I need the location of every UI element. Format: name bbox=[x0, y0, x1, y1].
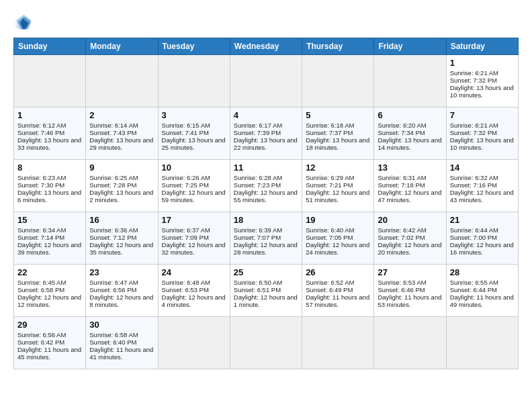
daylight-text: Daylight: 11 hours and 49 minutes. bbox=[450, 293, 515, 308]
calendar-cell: 23Sunrise: 6:47 AMSunset: 6:56 PMDayligh… bbox=[86, 265, 158, 317]
calendar-cell: 24Sunrise: 6:48 AMSunset: 6:53 PMDayligh… bbox=[158, 265, 230, 317]
sunrise-text: Sunrise: 6:29 AM bbox=[306, 174, 370, 181]
sunset-text: Sunset: 6:46 PM bbox=[378, 286, 442, 293]
day-number: 26 bbox=[306, 267, 370, 277]
sunset-text: Sunset: 7:02 PM bbox=[378, 234, 442, 241]
day-number: 11 bbox=[234, 163, 298, 173]
calendar-cell bbox=[86, 55, 158, 107]
day-number: 6 bbox=[378, 110, 442, 120]
calendar-cell: 22Sunrise: 6:45 AMSunset: 6:58 PMDayligh… bbox=[14, 265, 86, 317]
daylight-text: Daylight: 11 hours and 41 minutes. bbox=[89, 346, 154, 361]
day-number: 13 bbox=[378, 163, 442, 173]
sunset-text: Sunset: 6:42 PM bbox=[17, 338, 82, 346]
calendar-cell: 26Sunrise: 6:52 AMSunset: 6:49 PMDayligh… bbox=[302, 265, 374, 317]
daylight-text: Daylight: 13 hours and 14 minutes. bbox=[378, 136, 442, 151]
calendar-cell: 11Sunrise: 6:28 AMSunset: 7:23 PMDayligh… bbox=[230, 160, 302, 212]
calendar-cell: 2Sunrise: 6:14 AMSunset: 7:43 PMDaylight… bbox=[86, 107, 158, 160]
day-number: 17 bbox=[162, 215, 226, 225]
sunrise-text: Sunrise: 6:28 AM bbox=[234, 174, 298, 181]
sunset-text: Sunset: 7:21 PM bbox=[306, 181, 370, 189]
day-number: 5 bbox=[306, 110, 370, 120]
sunset-text: Sunset: 7:14 PM bbox=[17, 234, 82, 241]
calendar-cell bbox=[14, 55, 86, 107]
sunset-text: Sunset: 6:53 PM bbox=[162, 286, 226, 293]
sunset-text: Sunset: 6:44 PM bbox=[450, 286, 515, 293]
calendar-cell: 16Sunrise: 6:36 AMSunset: 7:12 PMDayligh… bbox=[86, 212, 158, 265]
calendar-table: SundayMondayTuesdayWednesdayThursdayFrid… bbox=[13, 38, 519, 369]
daylight-text: Daylight: 12 hours and 43 minutes. bbox=[450, 189, 515, 203]
week-row-5: 29Sunrise: 6:56 AMSunset: 6:42 PMDayligh… bbox=[14, 317, 519, 369]
sunset-text: Sunset: 7:39 PM bbox=[234, 129, 298, 136]
sunrise-text: Sunrise: 6:23 AM bbox=[17, 174, 82, 181]
day-number: 14 bbox=[450, 163, 515, 173]
sunset-text: Sunset: 7:23 PM bbox=[234, 181, 298, 189]
sunrise-text: Sunrise: 6:15 AM bbox=[162, 122, 226, 129]
sunrise-text: Sunrise: 6:18 AM bbox=[306, 122, 370, 129]
daylight-text: Daylight: 12 hours and 28 minutes. bbox=[234, 241, 298, 256]
day-number: 10 bbox=[162, 163, 226, 173]
daylight-text: Daylight: 12 hours and 16 minutes. bbox=[450, 241, 515, 256]
day-number: 29 bbox=[17, 320, 82, 330]
day-number: 16 bbox=[89, 215, 154, 225]
calendar-cell: 27Sunrise: 6:53 AMSunset: 6:46 PMDayligh… bbox=[374, 265, 446, 317]
calendar-cell: 30Sunrise: 6:58 AMSunset: 6:40 PMDayligh… bbox=[86, 317, 158, 369]
sunrise-text: Sunrise: 6:34 AM bbox=[17, 226, 82, 234]
day-number: 20 bbox=[378, 215, 442, 225]
day-number: 12 bbox=[306, 163, 370, 173]
daylight-text: Daylight: 11 hours and 45 minutes. bbox=[17, 346, 82, 361]
calendar-cell: 3Sunrise: 6:15 AMSunset: 7:41 PMDaylight… bbox=[158, 107, 230, 160]
calendar-cell: 9Sunrise: 6:25 AMSunset: 7:28 PMDaylight… bbox=[86, 160, 158, 212]
col-header-friday: Friday bbox=[374, 38, 446, 55]
sunrise-text: Sunrise: 6:52 AM bbox=[306, 279, 370, 286]
sunrise-text: Sunrise: 6:14 AM bbox=[89, 122, 154, 129]
calendar-cell bbox=[374, 55, 446, 107]
sunset-text: Sunset: 7:12 PM bbox=[89, 234, 154, 241]
daylight-text: Daylight: 12 hours and 59 minutes. bbox=[162, 189, 226, 203]
sunrise-text: Sunrise: 6:21 AM bbox=[450, 69, 515, 77]
calendar-cell bbox=[158, 317, 230, 369]
calendar-cell bbox=[302, 55, 374, 107]
daylight-text: Daylight: 13 hours and 6 minutes. bbox=[17, 189, 82, 203]
calendar-cell: 8Sunrise: 6:23 AMSunset: 7:30 PMDaylight… bbox=[14, 160, 86, 212]
daylight-text: Daylight: 13 hours and 18 minutes. bbox=[306, 136, 370, 151]
sunset-text: Sunset: 7:07 PM bbox=[234, 234, 298, 241]
calendar-cell: 1Sunrise: 6:12 AMSunset: 7:46 PMDaylight… bbox=[14, 107, 86, 160]
daylight-text: Daylight: 12 hours and 4 minutes. bbox=[162, 293, 226, 308]
calendar-cell: 4Sunrise: 6:17 AMSunset: 7:39 PMDaylight… bbox=[230, 107, 302, 160]
daylight-text: Daylight: 12 hours and 47 minutes. bbox=[378, 189, 442, 203]
calendar-cell bbox=[302, 317, 374, 369]
sunrise-text: Sunrise: 6:36 AM bbox=[89, 226, 154, 234]
sunset-text: Sunset: 6:56 PM bbox=[89, 286, 154, 293]
week-row-2: 8Sunrise: 6:23 AMSunset: 7:30 PMDaylight… bbox=[14, 160, 519, 212]
col-header-thursday: Thursday bbox=[302, 38, 374, 55]
calendar-cell: 28Sunrise: 6:55 AMSunset: 6:44 PMDayligh… bbox=[446, 265, 518, 317]
sunset-text: Sunset: 6:49 PM bbox=[306, 286, 370, 293]
week-row-0: 1Sunrise: 6:21 AMSunset: 7:32 PMDaylight… bbox=[14, 55, 519, 107]
week-row-4: 22Sunrise: 6:45 AMSunset: 6:58 PMDayligh… bbox=[14, 265, 519, 317]
sunset-text: Sunset: 7:32 PM bbox=[450, 77, 515, 84]
day-number: 22 bbox=[17, 267, 82, 277]
daylight-text: Daylight: 12 hours and 8 minutes. bbox=[89, 293, 154, 308]
sunrise-text: Sunrise: 6:47 AM bbox=[89, 279, 154, 286]
calendar-cell: 1Sunrise: 6:21 AMSunset: 7:32 PMDaylight… bbox=[446, 55, 518, 107]
day-number: 9 bbox=[89, 163, 154, 173]
daylight-text: Daylight: 13 hours and 2 minutes. bbox=[89, 189, 154, 203]
col-header-sunday: Sunday bbox=[14, 38, 86, 55]
calendar-cell: 12Sunrise: 6:29 AMSunset: 7:21 PMDayligh… bbox=[302, 160, 374, 212]
calendar-cell: 6Sunrise: 6:20 AMSunset: 7:34 PMDaylight… bbox=[374, 107, 446, 160]
sunrise-text: Sunrise: 6:39 AM bbox=[234, 226, 298, 234]
day-number: 24 bbox=[162, 267, 226, 277]
calendar-cell: 21Sunrise: 6:44 AMSunset: 7:00 PMDayligh… bbox=[446, 212, 518, 265]
sunrise-text: Sunrise: 6:17 AM bbox=[234, 122, 298, 129]
sunset-text: Sunset: 7:16 PM bbox=[450, 181, 515, 189]
daylight-text: Daylight: 13 hours and 10 minutes. bbox=[450, 136, 515, 151]
logo bbox=[13, 13, 34, 32]
daylight-text: Daylight: 12 hours and 1 minute. bbox=[234, 293, 298, 308]
calendar-cell: 18Sunrise: 6:39 AMSunset: 7:07 PMDayligh… bbox=[230, 212, 302, 265]
sunrise-text: Sunrise: 6:45 AM bbox=[17, 279, 82, 286]
sunrise-text: Sunrise: 6:25 AM bbox=[89, 174, 154, 181]
day-number: 28 bbox=[450, 267, 515, 277]
day-number: 8 bbox=[17, 163, 82, 173]
sunrise-text: Sunrise: 6:55 AM bbox=[450, 279, 515, 286]
sunrise-text: Sunrise: 6:21 AM bbox=[450, 122, 515, 129]
